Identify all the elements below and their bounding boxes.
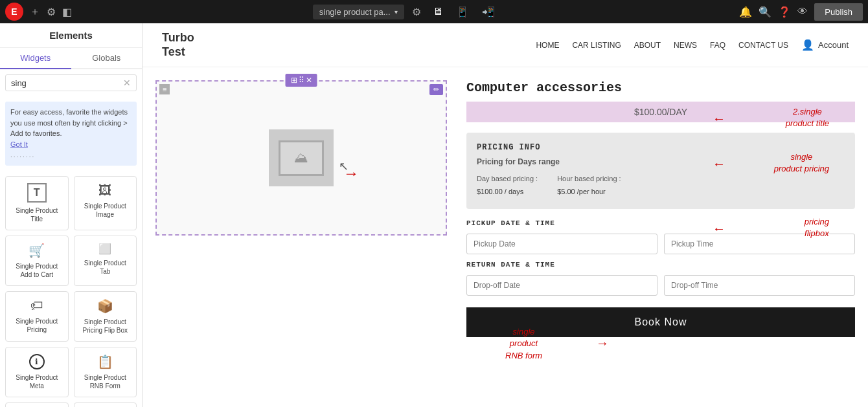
page-name[interactable]: single product pa... ▾ bbox=[313, 5, 404, 19]
tab-widgets[interactable]: Widgets bbox=[0, 48, 71, 69]
widget-label: Single Product Add to Cart bbox=[10, 262, 64, 279]
toolbar-center: single product pa... ▾ ⚙ 🖥 📱 📲 bbox=[313, 3, 499, 21]
widget-single-product-pricing[interactable]: 🏷 Single Product Pricing bbox=[5, 291, 69, 342]
widgets-grid: T Single Product Title 🖼 Single Product … bbox=[0, 171, 142, 408]
site-nav: Turbo Test HOME CAR LISTING ABOUT NEWS F… bbox=[143, 23, 868, 67]
main-layout: Elements Widgets Globals ✕ For easy acce… bbox=[0, 23, 868, 407]
rnb-form: PICKUP DATE & TIME RETURN DATE & TIME Bo… bbox=[466, 219, 855, 337]
product-image-container[interactable]: ≡ ✏ ⛰ ↖ bbox=[155, 80, 447, 236]
widget-single-product-image[interactable]: 🖼 Single Product Image bbox=[74, 176, 137, 230]
return-row bbox=[466, 275, 855, 296]
arrow-left-flipbox: ← bbox=[713, 221, 725, 236]
toolbar-left: E ＋ ⚙ ◧ bbox=[5, 3, 72, 21]
tablet-device-btn[interactable]: 📱 bbox=[452, 3, 473, 21]
meta-icon: ℹ bbox=[29, 354, 45, 369]
widget-single-product-pricing-flip-box[interactable]: 📦 Single Product Pricing Flip Box bbox=[74, 291, 137, 342]
clear-search-icon[interactable]: ✕ bbox=[123, 78, 131, 88]
widget-label: Single Product Image bbox=[78, 202, 133, 219]
widget-single-product-tab[interactable]: ⬜ Single Product Tab bbox=[74, 236, 137, 286]
settings-icon[interactable]: ⚙ bbox=[47, 6, 56, 18]
mountain-icon: ⛰ bbox=[294, 149, 308, 166]
cart-icon: 🛒 bbox=[29, 243, 45, 258]
product-wrapper: ⊞ ⠿ ✕ ≡ ✏ ⛰ bbox=[143, 67, 868, 350]
nav-car-listing[interactable]: CAR LISTING bbox=[572, 41, 621, 50]
pickup-row bbox=[466, 234, 855, 254]
bell-icon[interactable]: 🔔 bbox=[739, 6, 752, 18]
nav-faq[interactable]: FAQ bbox=[710, 41, 725, 50]
flipbox-icon: 📦 bbox=[97, 298, 113, 314]
arrow-right-rnb: → bbox=[596, 336, 609, 351]
edit-btn[interactable]: ✏ bbox=[429, 84, 443, 95]
eye-icon[interactable]: 👁 bbox=[797, 6, 808, 17]
nav-contact[interactable]: CONTACT US bbox=[738, 41, 788, 50]
product-image-section: ⊞ ⠿ ✕ ≡ ✏ ⛰ bbox=[155, 80, 447, 337]
widget-label: Single Product Title bbox=[10, 206, 64, 223]
widget-label: Single Product Pricing Flip Box bbox=[78, 318, 133, 335]
add-widget-icon[interactable]: ＋ bbox=[30, 5, 40, 19]
dropoff-time-input[interactable] bbox=[664, 275, 855, 296]
widget-single-product-add-to-cart[interactable]: 🛒 Single Product Add to Cart bbox=[5, 236, 69, 286]
publish-button[interactable]: Publish bbox=[814, 3, 863, 21]
toolbar-right: 🔔 🔍 ❓ 👁 Publish bbox=[739, 3, 863, 21]
site-logo: Turbo Test bbox=[162, 31, 194, 59]
got-it-link[interactable]: Got It bbox=[10, 140, 28, 148]
widget-single-product-meta[interactable]: ℹ Single Product Meta bbox=[5, 347, 69, 397]
dropoff-date-input[interactable] bbox=[466, 275, 657, 296]
annotation-4: pricing flipbox bbox=[805, 216, 829, 239]
nav-links: HOME CAR LISTING ABOUT NEWS FAQ CONTACT … bbox=[536, 39, 849, 51]
widget-label: Single Product RNB Form bbox=[78, 373, 133, 390]
canvas-area[interactable]: Turbo Test HOME CAR LISTING ABOUT NEWS F… bbox=[143, 23, 868, 407]
widget-label: Single Product Tab bbox=[78, 259, 133, 276]
pickup-section-title: PICKUP DATE & TIME bbox=[466, 219, 855, 227]
widget-controls: ⊞ ⠿ ✕ bbox=[286, 74, 317, 87]
nav-home[interactable]: HOME bbox=[536, 41, 559, 50]
help-icon[interactable]: ❓ bbox=[778, 6, 791, 18]
pricing-col-day: Day based pricing : $100.00 / days bbox=[477, 173, 538, 199]
product-title: Computer accessories bbox=[466, 80, 855, 95]
pricing-columns: Day based pricing : $100.00 / days Hour … bbox=[477, 173, 845, 199]
close-icon[interactable]: ✕ bbox=[306, 76, 312, 85]
widget-label: Single Product Meta bbox=[10, 373, 64, 390]
drag-icon[interactable]: ⠿ bbox=[299, 76, 304, 85]
sidebar-tabs: Widgets Globals bbox=[0, 48, 142, 69]
grid-icon[interactable]: ⊞ bbox=[291, 76, 297, 85]
arrow-left-pricing: ← bbox=[713, 157, 725, 171]
pricing-icon: 🏷 bbox=[30, 298, 43, 313]
widget-single-product-notice[interactable]: ℹ Single Product Notice bbox=[74, 402, 137, 408]
elementor-logo[interactable]: E bbox=[5, 3, 23, 21]
pickup-date-input[interactable] bbox=[466, 234, 657, 254]
pricing-info-title: PRICING INFO bbox=[477, 143, 845, 152]
collapse-btn[interactable]: ≡ bbox=[159, 84, 170, 94]
device-switcher: 🖥 📱 📲 bbox=[429, 3, 499, 21]
tab-icon: ⬜ bbox=[98, 243, 111, 255]
annotation-5: single product RNB form bbox=[505, 326, 542, 362]
account-icon: 👤 bbox=[801, 39, 814, 51]
nav-news[interactable]: NEWS bbox=[674, 41, 697, 50]
nav-about[interactable]: ABOUT bbox=[634, 41, 661, 50]
search-input[interactable] bbox=[11, 78, 123, 88]
chevron-down-icon: ▾ bbox=[394, 8, 398, 16]
pricing-col-hour: Hour based pricing : $5.00 /per hour bbox=[557, 173, 621, 199]
product-area: ⊞ ⠿ ✕ ≡ ✏ ⛰ bbox=[143, 67, 868, 350]
sidebar-title: Elements bbox=[0, 23, 142, 48]
form-icon: 📋 bbox=[97, 354, 113, 369]
widget-single-product-title[interactable]: T Single Product Title bbox=[5, 176, 69, 230]
placeholder-image: ⛰ bbox=[269, 129, 334, 186]
search-box: ✕ bbox=[5, 74, 137, 91]
sidebar: Elements Widgets Globals ✕ For easy acce… bbox=[0, 23, 143, 407]
search-icon[interactable]: 🔍 bbox=[759, 6, 771, 18]
website-preview: Turbo Test HOME CAR LISTING ABOUT NEWS F… bbox=[143, 23, 868, 407]
tab-globals[interactable]: Globals bbox=[71, 48, 143, 68]
nav-account[interactable]: 👤 Account bbox=[801, 39, 849, 51]
image-placeholder: ⛰ bbox=[157, 82, 446, 234]
mobile-device-btn[interactable]: 📲 bbox=[478, 3, 499, 21]
gear-icon[interactable]: ⚙ bbox=[412, 6, 421, 18]
annotation-3: single product pricing bbox=[774, 151, 829, 175]
widget-single-product-related[interactable]: 🔗 Single Product Related bbox=[5, 402, 69, 408]
desktop-device-btn[interactable]: 🖥 bbox=[429, 3, 447, 20]
layers-icon[interactable]: ◧ bbox=[62, 6, 72, 18]
title-icon: T bbox=[27, 183, 47, 203]
return-section-title: RETURN DATE & TIME bbox=[466, 261, 855, 269]
widget-single-product-rnb-form[interactable]: 📋 Single Product RNB Form bbox=[74, 347, 137, 397]
arrow-right-1: → bbox=[343, 164, 359, 182]
